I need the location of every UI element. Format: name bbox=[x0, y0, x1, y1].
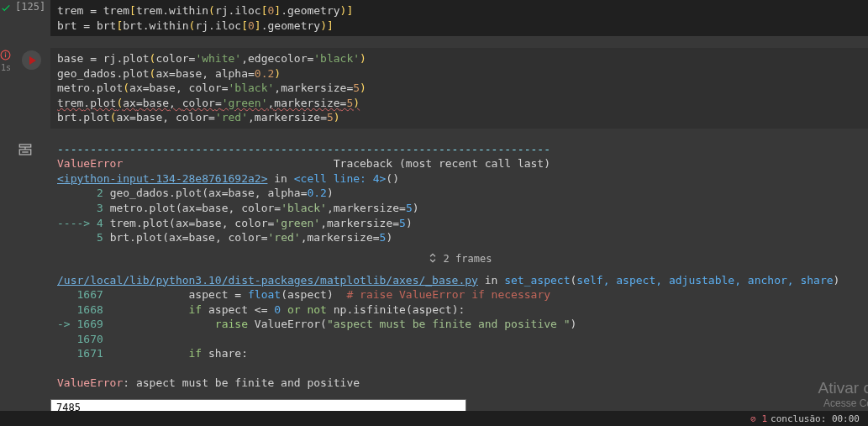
code-editor[interactable]: base = rj.plot(color='white',edgecolor='… bbox=[50, 48, 868, 129]
traceback-output-2[interactable]: /usr/local/lib/python3.10/dist-packages/… bbox=[50, 270, 868, 394]
check-icon bbox=[0, 2, 12, 13]
traceback-output[interactable]: ----------------------------------------… bbox=[50, 139, 868, 249]
code-cell: 1s base = rj.plot(color='white',edgecolo… bbox=[0, 48, 868, 129]
status-completion-time: conclusão: 00:00 bbox=[771, 413, 860, 424]
svg-rect-2 bbox=[5, 55, 6, 58]
exec-time: 1s bbox=[0, 63, 12, 72]
status-error-count[interactable]: ⊘ 1 bbox=[750, 413, 767, 424]
run-button[interactable] bbox=[22, 50, 41, 70]
frames-label: 2 frames bbox=[444, 253, 492, 265]
execution-count: [125] bbox=[15, 0, 50, 36]
run-button-wrap bbox=[15, 48, 50, 129]
notebook: [125] trem = trem[trem.within(rj.iloc[0]… bbox=[0, 0, 868, 426]
svg-point-1 bbox=[5, 52, 6, 53]
frames-separator[interactable]: 2 frames bbox=[50, 249, 868, 270]
error-icon: 1s bbox=[0, 50, 12, 61]
code-editor[interactable]: trem = trem[trem.within(rj.iloc[0].geome… bbox=[50, 0, 868, 36]
play-icon bbox=[29, 56, 36, 65]
output-toggle-icon[interactable] bbox=[18, 142, 33, 157]
traceback-link-2[interactable]: /usr/local/lib/python3.10/dist-packages/… bbox=[57, 274, 478, 287]
svg-rect-3 bbox=[19, 145, 31, 147]
status-bar: ⊘ 1 conclusão: 00:00 bbox=[0, 411, 868, 426]
output-cell: ----------------------------------------… bbox=[0, 139, 868, 416]
code-cell-prev: [125] trem = trem[trem.within(rj.iloc[0]… bbox=[0, 0, 868, 36]
traceback-link[interactable]: <ipython-input-134-28e8761692a2> bbox=[57, 172, 267, 185]
chevron-up-down-icon bbox=[427, 252, 439, 266]
